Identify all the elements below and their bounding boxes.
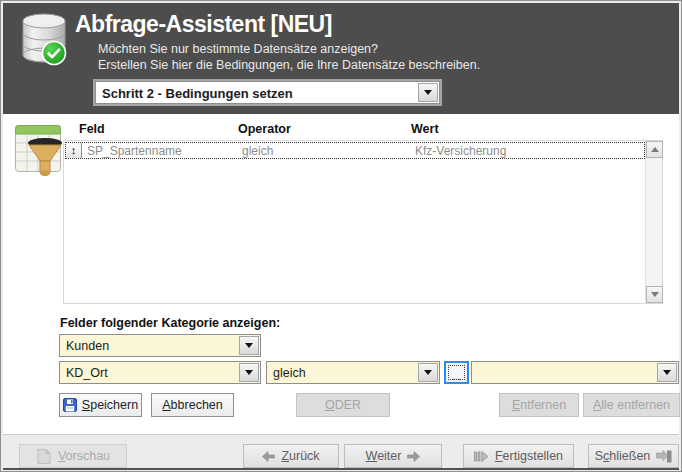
- remove-all-button-label: Alle entfernen: [593, 398, 670, 412]
- filter-table-icon: [13, 121, 69, 181]
- page-title: Abfrage-Assistent [NEU]: [75, 11, 332, 38]
- step-combobox-dropdown-button[interactable]: [418, 83, 438, 102]
- arrow-left-icon: [262, 451, 275, 462]
- remove-button: Entfernen: [499, 393, 579, 417]
- finish-button-label: Fertigstellen: [495, 449, 563, 463]
- category-dropdown-button[interactable]: [239, 336, 259, 355]
- field-dropdown-button[interactable]: [239, 363, 259, 382]
- back-button-label: Zurück: [281, 449, 319, 463]
- arrow-right-icon: [407, 451, 420, 462]
- triangle-down-icon: [651, 292, 659, 297]
- back-button[interactable]: Zurück: [243, 444, 339, 468]
- value-dropdown-button[interactable]: [657, 363, 677, 382]
- finish-button[interactable]: Fertigstellen: [463, 444, 574, 468]
- preview-button: Vorschau: [19, 444, 127, 468]
- next-button[interactable]: Weiter: [344, 444, 442, 468]
- save-button[interactable]: Speichern: [59, 393, 142, 417]
- step-combobox-value: Schritt 2 - Bedingungen setzen: [102, 86, 293, 101]
- cancel-button-label: Abbrechen: [162, 398, 222, 412]
- close-button[interactable]: Schließen: [588, 444, 679, 468]
- field-combobox[interactable]: KD_Ort: [59, 361, 261, 384]
- operator-dropdown-button[interactable]: [418, 363, 438, 382]
- column-header-operator: Operator: [238, 122, 291, 136]
- condition-value-cell: Kfz-Versicherung: [415, 144, 506, 158]
- step-combobox[interactable]: Schritt 2 - Bedingungen setzen: [95, 81, 440, 104]
- chevron-down-icon: [245, 370, 253, 375]
- row-move-handle[interactable]: ↕: [66, 143, 82, 158]
- operator-combobox[interactable]: gleich: [266, 361, 440, 384]
- conditions-listbox: ↕ SP_Spartenname gleich Kfz-Versicherung: [63, 140, 663, 304]
- cancel-button[interactable]: Abbrechen: [151, 393, 234, 417]
- query-wizard-dialog: Abfrage-Assistent [NEU] Möchten Sie nur …: [0, 0, 682, 472]
- operator-combobox-value: gleich: [273, 366, 306, 380]
- exit-door-icon: [656, 450, 672, 463]
- preview-page-icon: [36, 448, 52, 465]
- remove-all-button: Alle entfernen: [583, 393, 680, 417]
- next-button-label: Weiter: [366, 449, 402, 463]
- category-combobox-value: Kunden: [66, 339, 109, 353]
- chevron-down-icon: [424, 90, 432, 95]
- vertical-scrollbar[interactable]: [645, 141, 662, 303]
- floppy-disk-icon: [63, 398, 77, 412]
- up-down-arrow-icon: ↕: [71, 144, 77, 156]
- chevron-down-icon: [424, 370, 432, 375]
- category-combobox[interactable]: Kunden: [59, 334, 261, 357]
- scrollbar-down-button[interactable]: [646, 286, 663, 303]
- subtitle-line-2: Erstellen Sie hier die Bedingungen, die …: [98, 58, 480, 72]
- field-combobox-value: KD_Ort: [66, 366, 108, 380]
- condition-field-cell: SP_Spartenname: [87, 144, 182, 158]
- preview-button-label: Vorschau: [58, 449, 110, 463]
- subtitle-line-1: Möchten Sie nur bestimmte Datensätze anz…: [98, 42, 378, 56]
- wizard-footer: Vorschau Zurück Weiter: [3, 434, 679, 468]
- column-header-feld: Feld: [79, 122, 105, 136]
- value-combobox[interactable]: [471, 361, 679, 384]
- browse-button[interactable]: ...: [444, 361, 469, 384]
- or-button-label: ODER: [325, 398, 361, 412]
- chevron-down-icon: [245, 343, 253, 348]
- finish-flag-icon: [474, 451, 489, 462]
- condition-operator-cell: gleich: [242, 144, 273, 158]
- or-button: ODER: [296, 393, 390, 417]
- condition-row[interactable]: ↕ SP_Spartenname gleich Kfz-Versicherung: [65, 142, 645, 159]
- category-label: Felder folgender Kategorie anzeigen:: [60, 316, 280, 330]
- chevron-down-icon: [663, 370, 671, 375]
- triangle-up-icon: [651, 147, 659, 152]
- ellipsis-label: ...: [446, 373, 467, 381]
- wizard-header: Abfrage-Assistent [NEU] Möchten Sie nur …: [3, 3, 679, 114]
- remove-button-label: Entfernen: [512, 398, 566, 412]
- close-button-label: Schließen: [595, 449, 651, 463]
- bottom-divider: [3, 468, 679, 470]
- database-check-icon: [16, 11, 72, 69]
- wizard-body: Feld Operator Wert ↕ SP_Spartenname glei…: [3, 114, 679, 434]
- scrollbar-up-button[interactable]: [646, 141, 663, 158]
- column-header-wert: Wert: [411, 122, 439, 136]
- save-button-label: Speichern: [82, 398, 138, 412]
